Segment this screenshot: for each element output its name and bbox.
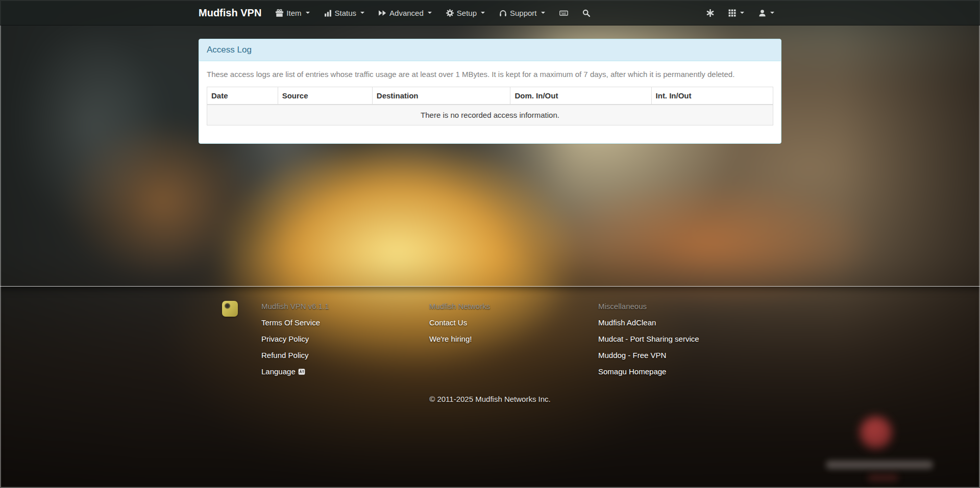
somagu-link[interactable]: Somagu Homepage — [598, 367, 666, 376]
chevron-down-icon — [428, 12, 432, 14]
gift-icon — [276, 9, 283, 17]
column-header-int-inout: Int. In/Out — [651, 87, 773, 105]
asterisk-icon — [706, 9, 714, 17]
nav-item-menu[interactable]: Item — [268, 0, 316, 25]
column-header-date: Date — [207, 87, 278, 105]
contact-us-link[interactable]: Contact Us — [429, 318, 467, 327]
bar-chart-icon — [324, 9, 332, 17]
brand-logo[interactable]: Mudfish VPN — [199, 0, 261, 25]
user-icon — [758, 9, 766, 17]
language-link[interactable]: Language — [261, 367, 305, 376]
chevron-down-icon — [481, 12, 485, 14]
access-log-description: These access logs are list of entries wh… — [207, 69, 773, 80]
search-icon — [582, 9, 590, 17]
footer-version-heading: Mudfish VPN v6.1.1 — [261, 302, 429, 311]
refund-policy-link[interactable]: Refund Policy — [261, 351, 309, 359]
gear-icon — [446, 9, 454, 17]
page-title: Access Log — [199, 39, 781, 61]
access-log-panel: Access Log These access logs are list of… — [199, 39, 781, 144]
table-header-row: Date Source Destination Dom. In/Out Int.… — [207, 87, 773, 105]
footer-networks-heading: Mudfish Networks — [429, 302, 598, 311]
column-header-source: Source — [278, 87, 372, 105]
nav-support-menu[interactable]: Support — [492, 0, 552, 25]
chevron-down-icon — [360, 12, 364, 14]
forward-icon — [379, 9, 386, 17]
nav-setup-menu[interactable]: Setup — [439, 0, 492, 25]
mudcat-link[interactable]: Mudcat - Port Sharing service — [598, 335, 699, 343]
column-header-destination: Destination — [372, 87, 510, 105]
apps-menu[interactable] — [721, 0, 751, 25]
keyboard-icon — [559, 9, 568, 17]
chevron-down-icon — [740, 12, 744, 14]
notifications-button[interactable] — [699, 0, 721, 25]
top-navbar: Mudfish VPN Item Status — [0, 0, 980, 25]
privacy-policy-link[interactable]: Privacy Policy — [261, 335, 309, 343]
mudfish-adclean-link[interactable]: Mudfish AdClean — [598, 318, 656, 327]
headphones-icon — [499, 9, 507, 17]
page-footer: Mudfish VPN v6.1.1 Terms Of Service Priv… — [0, 286, 980, 488]
empty-state-message: There is no recorded access information. — [207, 105, 773, 125]
language-icon — [298, 368, 305, 375]
access-log-table: Date Source Destination Dom. In/Out Int.… — [207, 87, 773, 125]
chevron-down-icon — [541, 12, 545, 14]
nav-advanced-menu[interactable]: Advanced — [372, 0, 439, 25]
mudfish-logo — [222, 301, 238, 317]
grid-icon — [728, 9, 736, 17]
muddog-link[interactable]: Muddog - Free VPN — [598, 351, 666, 359]
main-content: Access Log These access logs are list of… — [0, 39, 980, 286]
chevron-down-icon — [306, 12, 310, 14]
terms-of-service-link[interactable]: Terms Of Service — [261, 318, 320, 327]
account-menu[interactable] — [751, 0, 781, 25]
chevron-down-icon — [770, 12, 774, 14]
column-header-dom-inout: Dom. In/Out — [510, 87, 651, 105]
nav-status-menu[interactable]: Status — [317, 0, 372, 25]
table-row: There is no recorded access information. — [207, 105, 773, 125]
hiring-link[interactable]: We're hiring! — [429, 335, 472, 343]
search-button[interactable] — [575, 0, 597, 25]
keyboard-shortcuts-button[interactable] — [552, 0, 575, 25]
footer-misc-heading: Miscellaneous — [598, 302, 781, 311]
copyright-notice: © 2011-2025 Mudfish Networks Inc. — [199, 395, 781, 403]
